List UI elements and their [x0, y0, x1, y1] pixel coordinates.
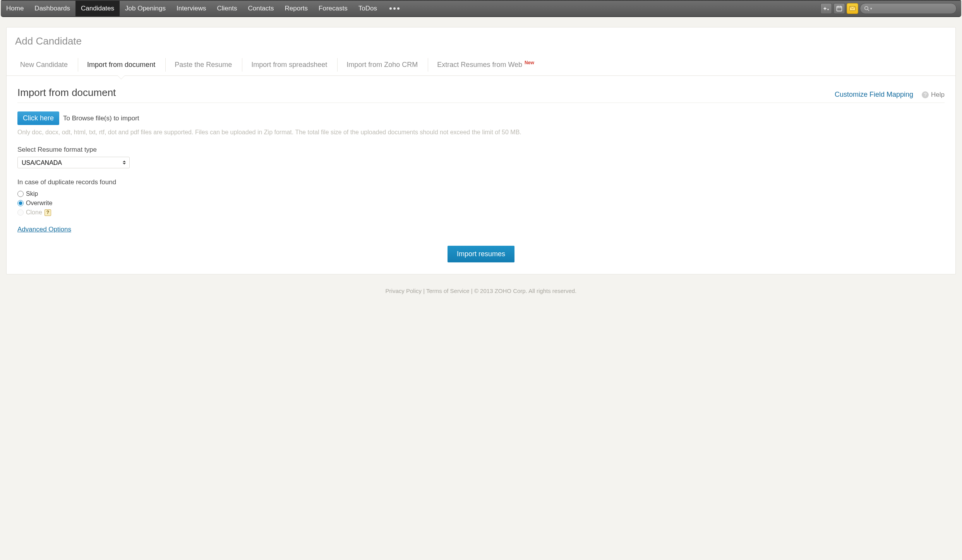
- radio-overwrite-input[interactable]: [17, 200, 24, 206]
- customize-mapping-link[interactable]: Customize Field Mapping: [835, 91, 913, 99]
- browse-button[interactable]: Click here: [17, 111, 59, 125]
- content-title: Import from document: [17, 87, 116, 99]
- page-card: Add Candidate New Candidate Import from …: [6, 27, 956, 274]
- footer: Privacy Policy | Terms of Service | © 20…: [0, 274, 962, 303]
- nav-reports[interactable]: Reports: [280, 1, 314, 16]
- calendar-button[interactable]: [833, 3, 845, 14]
- copyright: © 2013 ZOHO Corp. All rights reserved.: [474, 288, 577, 294]
- tab-paste-resume[interactable]: Paste the Resume: [165, 54, 242, 75]
- import-resumes-button[interactable]: Import resumes: [448, 246, 514, 262]
- svg-point-5: [865, 7, 868, 10]
- svg-rect-0: [837, 7, 842, 11]
- mail-icon: [849, 6, 856, 11]
- nav-job-openings[interactable]: Job Openings: [120, 1, 171, 16]
- tab-import-zoho-crm[interactable]: Import from Zoho CRM: [337, 54, 427, 75]
- nav-candidates[interactable]: Candidates: [75, 1, 120, 16]
- duplicate-label: In case of duplicate records found: [17, 178, 945, 186]
- tab-import-spreadsheet[interactable]: Import from spreadsheet: [242, 54, 337, 75]
- tab-extract-web[interactable]: Extract Resumes from Web New: [427, 54, 544, 75]
- privacy-link[interactable]: Privacy Policy: [386, 288, 422, 294]
- file-hint: Only doc, docx, odt, html, txt, rtf, dot…: [17, 129, 945, 136]
- top-nav-list: Home Dashboards Candidates Job Openings …: [1, 1, 406, 16]
- radio-skip[interactable]: Skip: [17, 189, 945, 199]
- nav-clients[interactable]: Clients: [211, 1, 242, 16]
- nav-more-icon[interactable]: [382, 1, 406, 16]
- help-icon: ?: [922, 91, 929, 98]
- new-badge: New: [525, 60, 534, 65]
- quick-add-button[interactable]: +▾: [820, 3, 832, 14]
- clone-help-icon[interactable]: ?: [45, 209, 51, 216]
- radio-clone[interactable]: Clone ?: [17, 208, 945, 217]
- duplicate-radio-group: Skip Overwrite Clone ?: [17, 189, 945, 217]
- calendar-icon: [836, 5, 842, 12]
- format-label: Select Resume format type: [17, 146, 945, 154]
- nav-home[interactable]: Home: [1, 1, 29, 16]
- terms-link[interactable]: Terms of Service: [426, 288, 470, 294]
- nav-forecasts[interactable]: Forecasts: [313, 1, 353, 16]
- search-icon: [864, 6, 869, 11]
- nav-dashboards[interactable]: Dashboards: [29, 1, 75, 16]
- tab-new-candidate[interactable]: New Candidate: [10, 54, 77, 75]
- top-navbar: Home Dashboards Candidates Job Openings …: [1, 0, 961, 17]
- nav-contacts[interactable]: Contacts: [242, 1, 279, 16]
- advanced-options-link[interactable]: Advanced Options: [17, 226, 71, 233]
- subtab-bar: New Candidate Import from document Paste…: [7, 54, 955, 76]
- browse-label: To Browse file(s) to import: [63, 115, 139, 122]
- nav-interviews[interactable]: Interviews: [171, 1, 212, 16]
- help-link[interactable]: ? Help: [922, 91, 945, 99]
- tab-import-document[interactable]: Import from document: [77, 54, 165, 75]
- svg-line-6: [868, 9, 869, 11]
- nav-todos[interactable]: ToDos: [353, 1, 382, 16]
- radio-skip-input[interactable]: [17, 191, 24, 197]
- radio-overwrite[interactable]: Overwrite: [17, 199, 945, 208]
- global-search[interactable]: ▾: [860, 3, 957, 14]
- mail-button[interactable]: [847, 3, 858, 14]
- page-title: Add Candidate: [7, 27, 955, 54]
- topbar-right: +▾ ▾: [820, 1, 957, 16]
- resume-format-select[interactable]: USA/CANADA: [17, 157, 130, 168]
- plus-icon: +: [823, 6, 827, 11]
- radio-clone-input[interactable]: [17, 209, 24, 216]
